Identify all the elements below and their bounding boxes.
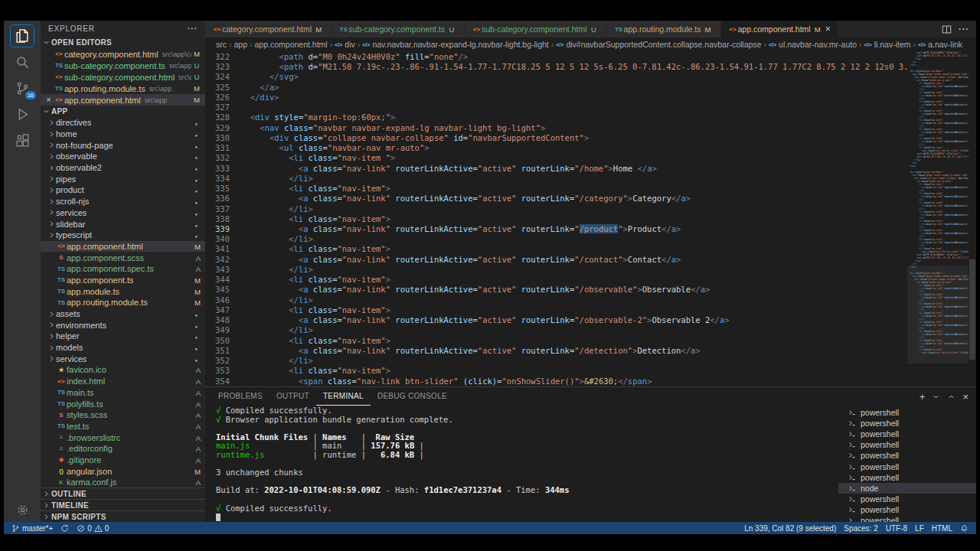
explorer-more-actions-icon[interactable]: ··· bbox=[188, 24, 198, 33]
tab-sub-category.component.ts[interactable]: TSsub-category.component.tsU bbox=[332, 21, 465, 37]
terminal-dropdown-icon[interactable] bbox=[932, 393, 940, 401]
panel-tab-terminal[interactable]: TERMINAL bbox=[316, 387, 371, 406]
breadcrumb-item[interactable]: src bbox=[216, 40, 227, 49]
folder-slidebar[interactable]: slidebar● bbox=[41, 218, 205, 230]
folder-pipes[interactable]: pipes● bbox=[41, 173, 205, 184]
file-.editorconfig[interactable]: ≡.editorconfigA bbox=[41, 443, 205, 455]
status-language-mode[interactable]: HTML bbox=[932, 524, 952, 533]
minimap-slider[interactable] bbox=[907, 266, 969, 364]
breadcrumb-item[interactable]: </>nav.navbar.navbar-expand-lg.navbar-li… bbox=[362, 40, 549, 49]
folder-assets[interactable]: assets● bbox=[41, 308, 205, 320]
tab-sub-category.component.html[interactable]: <>sub-category.component.htmlU bbox=[465, 21, 607, 37]
status-indentation[interactable]: Spaces: 2 bbox=[844, 524, 877, 533]
file-app.module.ts[interactable]: TSapp.module.tsM bbox=[41, 285, 205, 297]
file-polyfills.ts[interactable]: TSpolyfills.tsA bbox=[41, 398, 205, 409]
terminal-session-node-7[interactable]: node bbox=[838, 483, 976, 494]
breadcrumb-item[interactable]: </>div bbox=[335, 40, 355, 49]
terminal-session-powershell-9[interactable]: powershell bbox=[838, 504, 976, 515]
tab-category.component.html[interactable]: <>category.component.htmlM bbox=[205, 21, 332, 37]
section-npm-scripts[interactable]: NPM SCRIPTS bbox=[41, 510, 205, 522]
activitybar-explorer[interactable] bbox=[5, 24, 39, 48]
folder-typescript[interactable]: typescript● bbox=[41, 230, 205, 241]
open-editor-sub-category.component.ts[interactable]: TSsub-category.component.tssrc\app\categ… bbox=[41, 60, 205, 71]
status-encoding[interactable]: UTF-8 bbox=[886, 524, 907, 533]
file-karma.conf.js[interactable]: Kkarma.conf.jsA bbox=[41, 477, 205, 487]
breadcrumb-item[interactable]: </>div#navbarSupportedContent.collapse.n… bbox=[556, 40, 761, 49]
activitybar-run-debug[interactable] bbox=[5, 102, 39, 126]
panel-tab-problems[interactable]: PROBLEMS bbox=[211, 387, 270, 406]
breadcrumb-item[interactable]: </>ul.navbar-nav.mr-auto bbox=[769, 40, 857, 49]
terminal-session-powershell-10[interactable]: powershell bbox=[838, 515, 976, 522]
file-test.ts[interactable]: TStest.tsA bbox=[41, 421, 205, 432]
problems-indicator[interactable]: 00 bbox=[77, 524, 109, 533]
folder-directives[interactable]: directives● bbox=[41, 117, 205, 129]
panel-tab-output[interactable]: OUTPUT bbox=[270, 387, 316, 406]
file-.browserslistrc[interactable]: ≡.browserslistrcA bbox=[41, 432, 205, 443]
terminal-session-powershell-1[interactable]: powershell bbox=[838, 418, 976, 429]
terminal-session-powershell-4[interactable]: powershell bbox=[838, 450, 976, 461]
git-branch-indicator[interactable]: master*+ bbox=[11, 524, 53, 533]
minimap[interactable]: <path d="M0 0h24v24H0V0z" fill="none"/> … bbox=[907, 51, 969, 386]
file-app.component.html[interactable]: <>app.component.htmlM bbox=[41, 241, 205, 253]
new-terminal-icon[interactable]: + bbox=[920, 391, 926, 403]
code-editor[interactable]: 3223233243253263273283293303313323333343… bbox=[205, 51, 976, 386]
close-icon[interactable]: × bbox=[44, 96, 54, 104]
open-editor-sub-category.component.html[interactable]: <>sub-category.component.htmlsrc\app\cat… bbox=[41, 71, 205, 83]
tab-app.component.html[interactable]: <>app.component.htmlM× bbox=[721, 21, 838, 37]
panel-tab-debug-console[interactable]: DEBUG CONSOLE bbox=[371, 387, 454, 406]
terminal-session-powershell-0[interactable]: powershell bbox=[838, 407, 976, 418]
section-outline[interactable]: OUTLINE bbox=[41, 487, 205, 499]
open-editors-header[interactable]: OPEN EDITORS bbox=[41, 37, 205, 48]
file-app.component.spec.ts[interactable]: TSapp.component.spec.tsA bbox=[41, 263, 205, 275]
breadcrumb-item[interactable]: </>li.nav-item bbox=[864, 40, 911, 49]
file-favicon.ico[interactable]: ★favicon.icoA bbox=[41, 364, 205, 376]
breadcrumb-item[interactable]: </>a.nav-link bbox=[918, 40, 962, 49]
status-eol[interactable]: LF bbox=[915, 524, 924, 533]
file-.gitignore[interactable]: ◆.gitignoreA bbox=[41, 455, 205, 466]
activitybar-settings[interactable] bbox=[5, 497, 39, 522]
file-main.ts[interactable]: TSmain.tsA bbox=[41, 387, 205, 399]
terminal-session-powershell-8[interactable]: powershell bbox=[838, 494, 976, 504]
file-app.component.ts[interactable]: TSapp.component.tsM bbox=[41, 275, 205, 286]
tab-app.routing.module.ts[interactable]: TSapp.routing.module.tsM bbox=[607, 21, 721, 37]
open-editor-app.routing.module.ts[interactable]: TSapp.routing.module.tssrc\appM bbox=[41, 83, 205, 94]
maximize-panel-icon[interactable] bbox=[947, 393, 956, 401]
folder-product[interactable]: product● bbox=[41, 184, 205, 196]
sync-changes-button[interactable] bbox=[60, 524, 69, 533]
file-angular.json[interactable]: {}angular.jsonM bbox=[41, 465, 205, 477]
folder-observable[interactable]: observable● bbox=[41, 151, 205, 162]
project-section-header[interactable]: APP bbox=[41, 106, 205, 117]
file-app.component.scss[interactable]: Sapp.component.scssA bbox=[41, 252, 205, 263]
folder-scroll-njs[interactable]: scroll-njs● bbox=[41, 196, 205, 207]
open-editor-app.component.html[interactable]: ×<>app.component.htmlsrc\appM bbox=[41, 94, 205, 106]
close-panel-icon[interactable]: × bbox=[962, 391, 969, 403]
folder-models[interactable]: models● bbox=[41, 342, 205, 354]
terminal-session-powershell-3[interactable]: powershell bbox=[838, 439, 976, 450]
activitybar-extensions[interactable] bbox=[5, 128, 39, 152]
close-icon[interactable]: × bbox=[825, 24, 831, 34]
folder-environments[interactable]: environments● bbox=[41, 319, 205, 331]
notifications-bell[interactable] bbox=[960, 524, 969, 533]
folder-observable2[interactable]: observable2● bbox=[41, 162, 205, 174]
file-index.html[interactable]: <>index.htmlA bbox=[41, 376, 205, 387]
terminal-session-powershell-6[interactable]: powershell bbox=[838, 472, 976, 483]
folder-services[interactable]: services● bbox=[41, 207, 205, 219]
folder-not-found-page[interactable]: not-found-page● bbox=[41, 139, 205, 151]
terminal-output[interactable]: √ Compiled successfully.√ Browser applic… bbox=[205, 406, 838, 522]
status-cursor-position[interactable]: Ln 339, Col 82 (9 selected) bbox=[744, 524, 836, 533]
folder-services[interactable]: services● bbox=[41, 353, 205, 364]
open-editor-category.component.html[interactable]: <>category.component.htmlsrc\app\categor… bbox=[41, 48, 205, 60]
editor-scrollbar[interactable] bbox=[969, 51, 976, 386]
file-app.routing.module.ts[interactable]: TSapp.routing.module.tsM bbox=[41, 297, 205, 308]
file-styles.scss[interactable]: Sstyles.scssA bbox=[41, 409, 205, 421]
terminal-session-powershell-2[interactable]: powershell bbox=[838, 429, 976, 439]
activitybar-source-control[interactable]: 16 bbox=[5, 76, 39, 100]
code-content[interactable]: <path d="M0 0h24v24H0V0z" fill="none"/> … bbox=[240, 51, 907, 386]
activitybar-search[interactable] bbox=[5, 50, 39, 74]
editor-more-actions-icon[interactable]: ··· bbox=[959, 24, 969, 34]
folder-helper[interactable]: helper● bbox=[41, 331, 205, 342]
terminal-session-powershell-5[interactable]: powershell bbox=[838, 461, 976, 471]
folder-home[interactable]: home● bbox=[41, 129, 205, 140]
breadcrumb-item[interactable]: app bbox=[234, 40, 248, 49]
section-timeline[interactable]: TIMELINE bbox=[41, 499, 205, 510]
